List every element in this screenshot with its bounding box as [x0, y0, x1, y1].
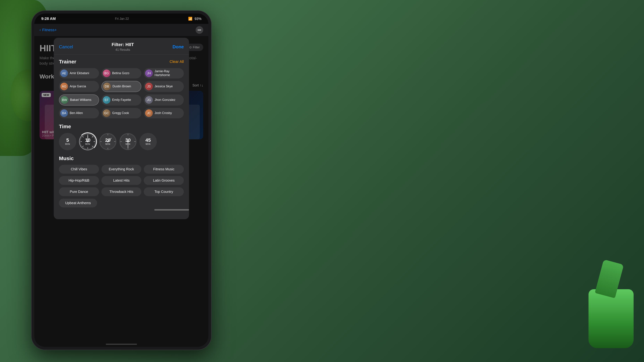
trainer-chip-ben[interactable]: BA Ben Allen: [59, 108, 99, 118]
green-cup: [588, 289, 634, 348]
trainer-chip-amir[interactable]: AE Amir Ekbatani: [59, 68, 99, 78]
trainer-name-emily: Emily Fayette: [112, 98, 131, 102]
svg-point-10: [87, 141, 88, 142]
trainer-chip-bakari[interactable]: BW Bakari Williams: [59, 94, 99, 105]
svg-line-8: [92, 146, 93, 147]
time-unit-5: MIN: [65, 143, 70, 145]
clear-all-button[interactable]: Clear All: [170, 59, 184, 64]
trainer-chip-anja[interactable]: AG Anja Garcia: [59, 81, 99, 92]
ellipsis-icon: •••: [198, 28, 201, 32]
modal-body: Trainer Clear All AE Amir Ekbatani BG: [54, 54, 189, 212]
time-options: 5 MIN: [59, 133, 184, 150]
trainer-chip-jamie[interactable]: JH Jamie-Ray Hartshorne: [144, 68, 184, 78]
trainer-chip-josh[interactable]: JC Josh Crosby: [144, 108, 184, 118]
avatar-initial: BA: [62, 111, 66, 115]
avatar-initial: JC: [147, 111, 151, 115]
scroll-indicator: [154, 209, 189, 211]
trainer-avatar-jessica: JS: [145, 83, 153, 90]
time-chip-20[interactable]: 20 MIN: [99, 133, 116, 150]
trainer-chip-emily[interactable]: EF Emily Fayette: [102, 94, 142, 105]
music-chip-latin-grooves[interactable]: Latin Grooves: [144, 176, 184, 185]
time-chip-10[interactable]: 10 MIN: [79, 133, 96, 150]
music-chip-pure-dance[interactable]: Pure Dance: [59, 187, 99, 196]
time-num-5: 5: [66, 138, 69, 143]
status-time: 9:28 AM: [41, 16, 56, 21]
status-right: 📶 93%: [188, 17, 202, 21]
time-chip-30[interactable]: 30 MIN: [119, 133, 137, 150]
modal-header: Cancel Filter: HIIT 41 Results Done: [54, 38, 189, 54]
wifi-icon: 📶: [188, 17, 192, 21]
trainer-section-title: Trainer: [59, 59, 76, 65]
clock-dial-20: [99, 133, 116, 150]
avatar-initial: DB: [105, 85, 109, 88]
status-date: Fri Jan 22: [115, 17, 129, 21]
clock-dial-30: [119, 133, 137, 150]
trainer-chip-jhon[interactable]: JG Jhon Gonzalez: [144, 94, 184, 105]
music-section: Music Chill Vibes Everything Rock Fitnes…: [59, 155, 184, 207]
trainer-name-amir: Amir Ekbatani: [70, 71, 89, 75]
trainer-chip-gregg[interactable]: GC Gregg Cook: [102, 108, 142, 118]
modal-title-block: Filter: HIIT 41 Results: [112, 42, 134, 52]
time-unit-45: MIN: [146, 143, 151, 145]
back-button[interactable]: ‹ Fitness+: [40, 28, 57, 32]
trainer-chip-jessica[interactable]: JS Jessica Skye: [144, 81, 184, 92]
trainer-avatar-jhon: JG: [145, 96, 153, 104]
nav-bar: ‹ Fitness+ •••: [34, 24, 208, 36]
music-chip-everything-rock[interactable]: Everything Rock: [102, 165, 142, 174]
time-section-header: Time: [59, 124, 184, 129]
music-chip-hiphop-rb[interactable]: Hip-Hop/R&B: [59, 176, 99, 185]
trainer-avatar-amir: AE: [60, 69, 68, 77]
svg-line-6: [92, 136, 93, 137]
music-chip-latest-hits[interactable]: Latest Hits: [102, 176, 142, 185]
music-chip-upbeat-anthems[interactable]: Upbeat Anthems: [59, 199, 97, 207]
avatar-initial: AE: [62, 71, 66, 75]
more-button[interactable]: •••: [196, 26, 203, 34]
avatar-initial: JH: [147, 71, 151, 75]
cancel-button[interactable]: Cancel: [59, 44, 73, 49]
trainer-avatar-josh: JC: [145, 109, 153, 117]
music-chip-throwback-hits[interactable]: Throwback Hits: [102, 187, 142, 196]
avatar-initial: AG: [62, 85, 66, 88]
trainer-name-dustin: Dustin Brown: [112, 84, 131, 88]
trainer-avatar-dustin: DB: [103, 83, 111, 90]
status-bar: 9:28 AM Fri Jan 22 📶 93%: [34, 13, 208, 24]
trainer-name-ben: Ben Allen: [70, 111, 83, 115]
filter-modal: Cancel Filter: HIIT 41 Results Done Trai…: [54, 38, 189, 219]
trainer-section-header: Trainer Clear All: [59, 59, 184, 65]
svg-point-17: [107, 141, 108, 142]
music-chips-grid: Chill Vibes Everything Rock Fitness Musi…: [59, 165, 184, 196]
trainer-chip-dustin[interactable]: DB Dustin Brown: [102, 81, 142, 92]
avatar-initial: BW: [62, 98, 67, 102]
svg-line-5: [82, 136, 84, 137]
chevron-left-icon: ‹: [40, 28, 41, 32]
time-chip-45[interactable]: 45 MIN: [140, 133, 157, 150]
trainer-name-betina: Betina Gozo: [112, 71, 129, 75]
time-section: Time 5 MIN: [59, 124, 184, 150]
trainer-avatar-emily: EF: [103, 96, 110, 104]
trainer-grid: AE Amir Ekbatani BG Betina Gozo JH: [59, 68, 184, 118]
avatar-initial: BG: [104, 71, 109, 75]
avatar-initial: JS: [147, 85, 151, 88]
time-chip-5[interactable]: 5 MIN: [59, 133, 76, 150]
time-section-title: Time: [59, 124, 71, 129]
avatar-initial: GC: [104, 111, 109, 115]
trainer-avatar-bakari: BW: [61, 96, 68, 104]
trainer-avatar-betina: BG: [103, 69, 110, 77]
avatar-initial: EF: [104, 98, 108, 102]
trainer-avatar-anja: AG: [60, 83, 68, 90]
time-num-45: 45: [145, 138, 151, 143]
trainer-chip-betina[interactable]: BG Betina Gozo: [102, 68, 142, 78]
music-chip-top-country[interactable]: Top Country: [144, 187, 184, 196]
music-chips-extra: Upbeat Anthems: [59, 199, 184, 207]
music-section-header: Music: [59, 155, 184, 161]
battery-label: 93%: [194, 17, 202, 21]
trainer-avatar-ben: BA: [60, 109, 68, 117]
music-chip-chill-vibes[interactable]: Chill Vibes: [59, 165, 99, 174]
done-button[interactable]: Done: [172, 44, 184, 49]
trainer-name-jamie: Jamie-Ray Hartshorne: [154, 69, 181, 77]
music-section-title: Music: [59, 155, 74, 161]
modal-title: Filter: HIIT: [112, 42, 134, 47]
trainer-name-jessica: Jessica Skye: [154, 84, 173, 88]
ipad-device: 9:28 AM Fri Jan 22 📶 93% ‹ Fitness+ ••• …: [31, 10, 212, 350]
music-chip-fitness-music[interactable]: Fitness Music: [144, 165, 184, 174]
